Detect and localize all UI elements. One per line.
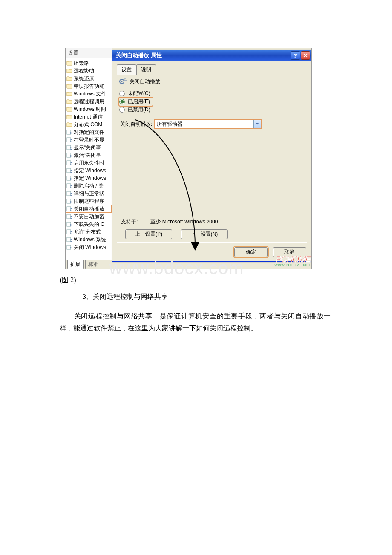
setting-icon (66, 130, 72, 135)
field-label: 关闭自动播放: (120, 121, 152, 128)
tree-item-label: 关闭 Windows (74, 244, 106, 251)
gpedit-screenshot: 设置 组策略远程协助系统还原错误报告功能Windows 文件远程过程调用Wind… (65, 48, 312, 269)
folder-icon (66, 84, 72, 89)
chevron-down-icon[interactable] (253, 120, 261, 128)
tree-item-label: 详细与正常状 (74, 190, 104, 197)
tree-item-11[interactable]: 显示“关闭事 (66, 144, 112, 151)
setting-icon (66, 222, 72, 227)
folder-icon (66, 68, 72, 73)
tree-item-0[interactable]: 组策略 (66, 59, 112, 67)
folder-icon (66, 91, 72, 96)
radio-label-enabled: 已启用(E) (128, 98, 150, 105)
dialog-titlebar: 关闭自动播放 属性 ? (112, 50, 311, 61)
tree-item-label: 允许“分布式 (74, 228, 101, 236)
setting-icon (66, 183, 72, 188)
section-title: 3、关闭远程控制与网络共享 (83, 292, 168, 301)
gear-icon (118, 78, 127, 85)
tree-item-label: Internet 通信 (74, 113, 103, 121)
radio-enabled[interactable]: 已启用(E) (119, 98, 153, 106)
tree-item-label: Windows 系统 (74, 236, 106, 243)
prev-setting-button[interactable]: 上一设置(P) (125, 229, 172, 239)
setting-icon (66, 214, 72, 219)
setting-label: 关闭自动播放 (130, 78, 160, 85)
tree-item-label: 下载丢失的 C (74, 221, 104, 228)
tab-settings[interactable]: 设置 (117, 64, 136, 75)
setting-icon (66, 153, 72, 158)
tree-item-1[interactable]: 远程协助 (66, 67, 112, 75)
tree-item-17[interactable]: 详细与正常状 (66, 190, 112, 197)
tree-item-5[interactable]: 远程过程调用 (66, 98, 112, 105)
setting-icon (66, 160, 72, 165)
tree-item-12[interactable]: 激活“关闭事 (66, 151, 112, 159)
setting-icon (66, 199, 72, 204)
tree-item-label: 限制这些程序 (74, 198, 104, 205)
tree-item-3[interactable]: 错误报告功能 (66, 82, 112, 90)
tree-item-label: 激活“关闭事 (74, 152, 101, 159)
tree-item-20[interactable]: 不要自动加密 (66, 213, 112, 220)
tree-footer-tabs: 扩展 标准 (66, 260, 112, 269)
setting-icon (66, 176, 72, 181)
tree-item-6[interactable]: Windows 时间 (66, 105, 112, 113)
next-setting-button[interactable]: 下一设置(N) (181, 229, 228, 239)
body-paragraph: 关闭远程控制与网络共享，是保证计算机安全的重要手段，两者与关闭自动播放一样，能通… (60, 310, 331, 334)
tree-item-label: 删除启动 / 关 (74, 182, 104, 190)
tree-item-9[interactable]: 对指定的文件 (66, 128, 112, 136)
pchome-url: WWW.PCHOME.NET (274, 263, 311, 267)
tree-item-16[interactable]: 删除启动 / 关 (66, 182, 112, 190)
tree-item-18[interactable]: 限制这些程序 (66, 197, 112, 205)
nav-row: 上一设置(P) 下一设置(N) (125, 229, 228, 239)
folder-icon (66, 114, 72, 119)
folder-icon (66, 107, 72, 112)
setting-icon (66, 137, 72, 142)
tree-item-label: 组策略 (74, 60, 89, 67)
tree-item-22[interactable]: 允许“分布式 (66, 228, 112, 236)
properties-dialog: 关闭自动播放 属性 ? 设置 说明 关闭自动播放 (112, 50, 311, 262)
tree-item-label: 分布式 COM (74, 121, 102, 128)
divider (117, 242, 307, 243)
tree-item-24[interactable]: 关闭 Windows (66, 243, 112, 251)
radio-input-enabled[interactable] (119, 99, 125, 104)
tree-item-13[interactable]: 启用永久性时 (66, 159, 112, 167)
footer-tab-extended[interactable]: 扩展 (67, 260, 84, 269)
ok-button[interactable]: 确定 (234, 247, 268, 257)
autoplay-select[interactable]: 所有驱动器 (154, 119, 262, 129)
policy-tree-list: 组策略远程协助系统还原错误报告功能Windows 文件远程过程调用Windows… (66, 58, 112, 252)
tree-item-label: Windows 时间 (74, 106, 106, 113)
tree-item-7[interactable]: Internet 通信 (66, 113, 112, 121)
figure-caption: (图 2) (60, 276, 76, 285)
tree-item-10[interactable]: 在登录时不显 (66, 136, 112, 144)
tree-item-19[interactable]: 关闭自动播放 (66, 205, 112, 213)
tab-explain[interactable]: 说明 (136, 64, 156, 75)
close-button[interactable] (301, 51, 310, 60)
tree-item-23[interactable]: Windows 系统 (66, 236, 112, 243)
tree-item-2[interactable]: 系统还原 (66, 75, 112, 82)
radio-not-configured[interactable]: 未配置(C) (119, 90, 307, 98)
radio-input-disabled[interactable] (119, 107, 125, 113)
support-row: 支持于: 至少 Microsoft Windows 2000 (121, 218, 218, 225)
tree-item-label: 错误报告功能 (74, 83, 104, 90)
footer-tab-standard[interactable]: 标准 (85, 260, 101, 269)
pchome-logo: PCHOME (274, 255, 311, 263)
tree-item-label: 启用永久性时 (74, 159, 104, 167)
tree-item-label: 远程协助 (74, 67, 94, 75)
tree-item-8[interactable]: 分布式 COM (66, 121, 112, 128)
radio-input-notconf[interactable] (119, 91, 125, 96)
tree-item-14[interactable]: 指定 Windows (66, 167, 112, 174)
tree-item-15[interactable]: 指定 Windows (66, 174, 112, 182)
tree-item-label: 指定 Windows (74, 167, 106, 174)
dialog-body: 设置 说明 关闭自动播放 未配置(C) 已启用(E) (112, 61, 311, 261)
folder-icon (66, 61, 72, 66)
tree-item-21[interactable]: 下载丢失的 C (66, 220, 112, 228)
radio-label-notconf: 未配置(C) (128, 90, 150, 97)
radio-disabled[interactable]: 已禁用(D) (119, 106, 307, 114)
help-button[interactable]: ? (291, 51, 300, 60)
tree-item-label: 远程过程调用 (74, 98, 104, 105)
tree-item-label: 关闭自动播放 (74, 205, 104, 213)
select-value: 所有驱动器 (155, 120, 253, 128)
folder-icon (66, 76, 72, 81)
setting-icon (66, 237, 72, 242)
setting-icon (66, 206, 72, 211)
tree-item-4[interactable]: Windows 文件 (66, 90, 112, 98)
setting-icon (66, 245, 72, 250)
tree-item-label: 不要自动加密 (74, 213, 104, 220)
